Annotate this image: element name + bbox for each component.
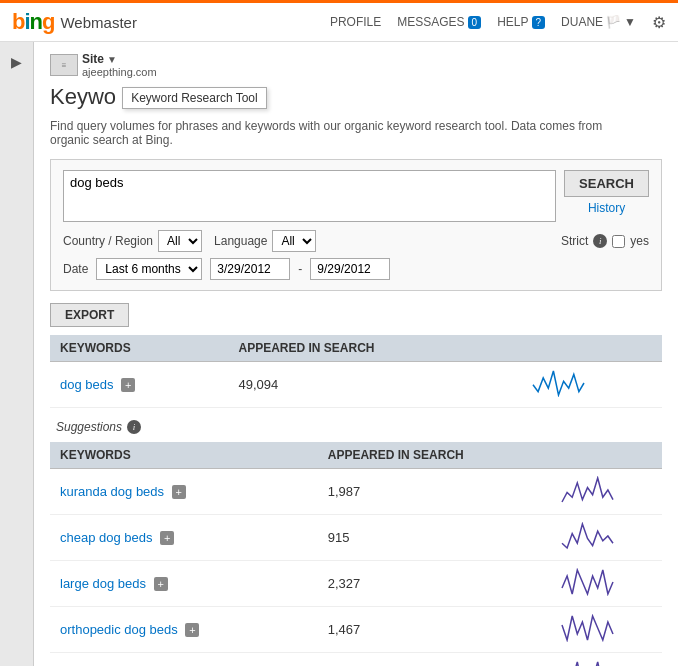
appeared-col-header: APPEARED IN SEARCH bbox=[228, 335, 521, 362]
profile-label: PROFILE bbox=[330, 15, 381, 29]
date-row: Date Last 6 months - bbox=[63, 258, 649, 280]
search-area: dog beds SEARCH History Country / Region… bbox=[50, 159, 662, 291]
sug-keyword-cell: large dog beds + bbox=[50, 561, 318, 607]
add-sug-keyword-icon[interactable]: + bbox=[154, 577, 168, 591]
bing-logo: bing bbox=[12, 9, 54, 35]
table-row: dog beds for large dogs + 3,683 bbox=[50, 653, 662, 667]
main-results-table: KEYWORDS APPEARED IN SEARCH dog beds + 4… bbox=[50, 335, 662, 408]
sug-appeared-count: 2,327 bbox=[318, 561, 551, 607]
strict-label: Strict bbox=[561, 234, 588, 248]
sug-trend-cell bbox=[550, 653, 662, 667]
user-dropdown-icon: ▼ bbox=[624, 15, 636, 29]
suggestions-table: KEYWORDS APPEARED IN SEARCH kuranda dog … bbox=[50, 442, 662, 666]
sug-keyword-cell: orthopedic dog beds + bbox=[50, 607, 318, 653]
search-row: dog beds SEARCH History bbox=[63, 170, 649, 222]
country-filter: Country / Region All bbox=[63, 230, 202, 252]
table-row: orthopedic dog beds + 1,467 bbox=[50, 607, 662, 653]
top-bar: bing Webmaster PROFILE MESSAGES 0 HELP ?… bbox=[0, 0, 678, 42]
date-range-select[interactable]: Last 6 months bbox=[96, 258, 202, 280]
country-label: Country / Region bbox=[63, 234, 153, 248]
language-select[interactable]: All bbox=[272, 230, 316, 252]
appeared-count: 49,094 bbox=[228, 362, 521, 408]
keyword-link[interactable]: dog beds bbox=[60, 377, 114, 392]
sug-keyword-cell: cheap dog beds + bbox=[50, 515, 318, 561]
sug-keyword-cell: dog beds for large dogs + bbox=[50, 653, 318, 667]
page-description: Find query volumes for phrases and keywo… bbox=[50, 119, 630, 147]
strict-info-icon: i bbox=[593, 234, 607, 248]
sidebar-toggle[interactable]: ▶ bbox=[11, 54, 22, 70]
page-title: Keywo Keyword Research Tool bbox=[50, 84, 267, 111]
sug-keyword-link[interactable]: large dog beds bbox=[60, 576, 146, 591]
export-button[interactable]: EXPORT bbox=[50, 303, 129, 327]
webmaster-label: Webmaster bbox=[60, 14, 136, 31]
add-sug-keyword-icon[interactable]: + bbox=[185, 623, 199, 637]
messages-nav[interactable]: MESSAGES 0 bbox=[397, 15, 481, 29]
sug-keyword-cell: kuranda dog beds + bbox=[50, 469, 318, 515]
user-label: DUANE bbox=[561, 15, 603, 29]
keywords-col-header: KEYWORDS bbox=[50, 335, 228, 362]
user-flag-icon: 🏳️ bbox=[606, 15, 621, 29]
suggestions-table-body: kuranda dog beds + 1,987 cheap dog beds … bbox=[50, 469, 662, 667]
user-nav[interactable]: DUANE 🏳️ ▼ bbox=[561, 15, 636, 29]
site-label: Site bbox=[82, 52, 104, 66]
sidebar: ▶ bbox=[0, 42, 34, 666]
search-button[interactable]: SEARCH bbox=[564, 170, 649, 197]
sug-appeared-count: 1,987 bbox=[318, 469, 551, 515]
table-row: kuranda dog beds + 1,987 bbox=[50, 469, 662, 515]
settings-icon[interactable]: ⚙ bbox=[652, 13, 666, 32]
sug-trend-cell bbox=[550, 469, 662, 515]
date-label: Date bbox=[63, 262, 88, 276]
tooltip-popup: Keyword Research Tool bbox=[122, 87, 267, 109]
date-to-input[interactable] bbox=[310, 258, 390, 280]
sug-appeared-col-header: APPEARED IN SEARCH bbox=[318, 442, 551, 469]
sug-keyword-link[interactable]: cheap dog beds bbox=[60, 530, 153, 545]
date-separator: - bbox=[298, 262, 302, 276]
help-label: HELP bbox=[497, 15, 528, 29]
strict-group: Strict i yes bbox=[561, 234, 649, 248]
main-area: ≡ Site ▼ ajeepthing.com Keywo Keyword Re… bbox=[34, 42, 678, 666]
add-sug-keyword-icon[interactable]: + bbox=[172, 485, 186, 499]
messages-badge: 0 bbox=[468, 16, 482, 29]
search-buttons: SEARCH History bbox=[564, 170, 649, 215]
trend-cell bbox=[521, 362, 662, 408]
site-url: ajeepthing.com bbox=[82, 66, 157, 78]
main-table-body: dog beds + 49,094 bbox=[50, 362, 662, 408]
sug-keywords-col-header: KEYWORDS bbox=[50, 442, 318, 469]
suggestions-table-header: KEYWORDS APPEARED IN SEARCH bbox=[50, 442, 662, 469]
sug-keyword-link[interactable]: orthopedic dog beds bbox=[60, 622, 178, 637]
date-from-input[interactable] bbox=[210, 258, 290, 280]
table-row: cheap dog beds + 915 bbox=[50, 515, 662, 561]
sug-keyword-link[interactable]: kuranda dog beds bbox=[60, 484, 164, 499]
help-badge: ? bbox=[532, 16, 546, 29]
suggestions-section-label: Suggestions i bbox=[50, 416, 662, 438]
add-sug-keyword-icon[interactable]: + bbox=[160, 531, 174, 545]
sug-trend-cell bbox=[550, 607, 662, 653]
main-table-header: KEYWORDS APPEARED IN SEARCH bbox=[50, 335, 662, 362]
sug-trend-cell bbox=[550, 561, 662, 607]
filter-row: Country / Region All Language All Strict… bbox=[63, 230, 649, 252]
strict-yes-label: yes bbox=[630, 234, 649, 248]
suggestions-label: Suggestions bbox=[56, 420, 122, 434]
keyword-cell: dog beds + bbox=[50, 362, 228, 408]
search-input[interactable]: dog beds bbox=[63, 170, 556, 222]
trend-col-header bbox=[521, 335, 662, 362]
sug-appeared-count: 3,683 bbox=[318, 653, 551, 667]
page-title-short: Keywo bbox=[50, 84, 116, 109]
language-filter: Language All bbox=[214, 230, 316, 252]
table-row: dog beds + 49,094 bbox=[50, 362, 662, 408]
messages-label: MESSAGES bbox=[397, 15, 464, 29]
history-link[interactable]: History bbox=[564, 201, 649, 215]
table-row: large dog beds + 2,327 bbox=[50, 561, 662, 607]
suggestions-info-icon: i bbox=[127, 420, 141, 434]
sug-appeared-count: 915 bbox=[318, 515, 551, 561]
sug-appeared-count: 1,467 bbox=[318, 607, 551, 653]
strict-checkbox[interactable] bbox=[612, 235, 625, 248]
site-thumbnail: ≡ bbox=[50, 54, 78, 76]
country-select[interactable]: All bbox=[158, 230, 202, 252]
add-keyword-icon[interactable]: + bbox=[121, 378, 135, 392]
profile-nav[interactable]: PROFILE bbox=[330, 15, 381, 29]
sug-trend-cell bbox=[550, 515, 662, 561]
language-label: Language bbox=[214, 234, 267, 248]
site-dropdown-icon[interactable]: ▼ bbox=[107, 54, 117, 65]
help-nav[interactable]: HELP ? bbox=[497, 15, 545, 29]
